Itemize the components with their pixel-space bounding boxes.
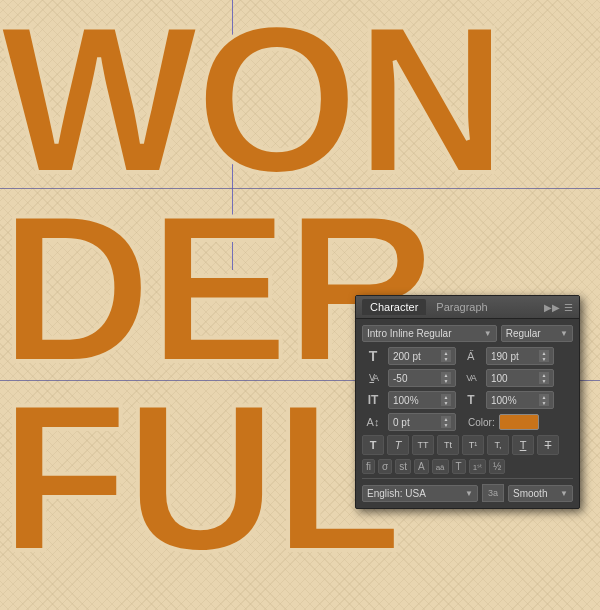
font-size-down[interactable]: ▼ [441,356,451,362]
font-name-arrow: ▼ [484,329,492,338]
leading-icon: A̋ [460,348,482,364]
horizontal-scale-field[interactable]: 100% ▲ ▼ [486,391,554,409]
style-btn-superscript[interactable]: T¹ [462,435,484,455]
font-size-field[interactable]: 200 pt ▲ ▼ [388,347,456,365]
tracking-down[interactable]: ▼ [539,378,549,384]
horizontal-scale-down[interactable]: ▼ [539,400,549,406]
ot-btn-oldstyle[interactable]: σ [378,459,392,474]
kerning-spinner[interactable]: ▲ ▼ [441,372,451,384]
vertical-scale-field[interactable]: 100% ▲ ▼ [388,391,456,409]
character-panel: Character Paragraph ▶▶ ☰ Intro Inline Re… [355,295,580,509]
vertical-scale-down[interactable]: ▼ [441,400,451,406]
baseline-icon: A↕ [362,414,384,430]
font-style-arrow: ▼ [560,329,568,338]
text-row-ful: FUL [0,383,399,572]
style-btn-italic[interactable]: T [387,435,409,455]
tracking-icon: VA [460,370,482,386]
baseline-color-row: A↕ 0 pt ▲ ▼ Color: [362,413,573,431]
style-btn-allcaps[interactable]: TT [412,435,434,455]
scale-row: IT 100% ▲ ▼ T 100% ▲ ▼ [362,391,573,409]
ot-btn-ligatures[interactable]: fi [362,459,375,474]
kerning-row: V̲A -50 ▲ ▼ VA 100 ▲ ▼ [362,369,573,387]
leading-field[interactable]: 190 pt ▲ ▼ [486,347,554,365]
smooth-arrow: ▼ [560,489,568,498]
leading-down[interactable]: ▼ [539,356,549,362]
panel-collapse-icon[interactable]: ▶▶ [544,302,560,313]
ot-btn-stylistic[interactable]: st [395,459,411,474]
vertical-scale-icon: IT [362,392,384,408]
font-name-dropdown[interactable]: Intro Inline Regular ▼ [362,325,497,342]
bottom-options-row: English: USA ▼ 3a Smooth ▼ [362,478,573,502]
panel-menu-icon[interactable]: ☰ [564,302,573,313]
ot-btn-titling[interactable]: T [452,459,466,474]
style-btn-underline[interactable]: T [512,435,534,455]
panel-header: Character Paragraph ▶▶ ☰ [356,296,579,319]
style-btn-smallcaps[interactable]: Tt [437,435,459,455]
font-size-spinner[interactable]: ▲ ▼ [441,350,451,362]
panel-header-icons: ▶▶ ☰ [544,302,573,313]
panel-body: Intro Inline Regular ▼ Regular ▼ T 200 p… [356,319,579,508]
language-dropdown[interactable]: English: USA ▼ [362,485,478,502]
font-size-row: T 200 pt ▲ ▼ A̋ 190 pt ▲ ▼ [362,347,573,365]
ot-btn-ordinals[interactable]: 1ˢᵗ [469,459,486,474]
style-btn-bold[interactable]: T [362,435,384,455]
language-arrow: ▼ [465,489,473,498]
ot-btn-swash[interactable]: A [414,459,429,474]
vertical-scale-spinner[interactable]: ▲ ▼ [441,394,451,406]
kerning-icon: V̲A [362,370,384,386]
tab-paragraph[interactable]: Paragraph [428,299,495,315]
baseline-down[interactable]: ▼ [441,422,451,428]
color-label: Color: [468,417,495,428]
font-selector-row: Intro Inline Regular ▼ Regular ▼ [362,325,573,342]
tracking-spinner[interactable]: ▲ ▼ [539,372,549,384]
text-row-won: WON [0,5,504,194]
smooth-dropdown[interactable]: Smooth ▼ [508,485,573,502]
font-size-icon: T [362,348,384,364]
kerning-field[interactable]: -50 ▲ ▼ [388,369,456,387]
horizontal-scale-icon: T [460,392,482,408]
tracking-field[interactable]: 100 ▲ ▼ [486,369,554,387]
ot-btn-contextual[interactable]: aā [432,459,449,474]
style-btn-subscript[interactable]: T, [487,435,509,455]
horizontal-scale-spinner[interactable]: ▲ ▼ [539,394,549,406]
baseline-field[interactable]: 0 pt ▲ ▼ [388,413,456,431]
kerning-down[interactable]: ▼ [441,378,451,384]
opentype-buttons-row: fi σ st A aā T 1ˢᵗ ½ [362,459,573,474]
baseline-spinner[interactable]: ▲ ▼ [441,416,451,428]
leading-spinner[interactable]: ▲ ▼ [539,350,549,362]
style-btn-strikethrough[interactable]: T [537,435,559,455]
color-swatch[interactable] [499,414,539,430]
panel-tabs: Character Paragraph [362,299,496,315]
anti-alias-icon: 3a [482,484,504,502]
font-style-dropdown[interactable]: Regular ▼ [501,325,573,342]
tab-character[interactable]: Character [362,299,426,315]
type-style-buttons-row: T T TT Tt T¹ T, T T [362,435,573,455]
ot-btn-fractions[interactable]: ½ [489,459,505,474]
